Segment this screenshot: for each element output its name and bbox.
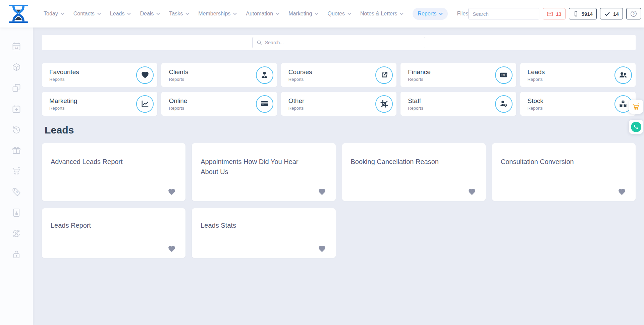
sidebar-user-sync-icon[interactable] xyxy=(12,229,21,238)
sidebar-clone-icon[interactable] xyxy=(12,83,21,93)
category-title: Online xyxy=(169,97,187,105)
sidebar-gift-icon[interactable] xyxy=(12,146,21,155)
category-subtitle: Reports xyxy=(288,106,305,111)
favourite-heart-icon[interactable] xyxy=(168,188,176,196)
category-card-stock[interactable]: Stock Reports xyxy=(520,92,636,116)
nav-item-contacts[interactable]: Contacts xyxy=(73,11,101,17)
category-title: Courses xyxy=(288,68,312,76)
category-subtitle: Reports xyxy=(288,77,312,82)
report-title: Booking Cancellation Reason xyxy=(351,157,467,167)
app-logo-hourglass-icon[interactable] xyxy=(8,5,29,23)
nav-item-automation[interactable]: Automation xyxy=(246,11,279,17)
report-card-leads-report[interactable]: Leads Report xyxy=(42,208,185,258)
left-sidebar xyxy=(0,28,33,325)
category-card-finance[interactable]: Finance Reports xyxy=(400,63,516,87)
envelope-icon xyxy=(547,11,553,17)
phone-badge[interactable]: 5914 xyxy=(569,8,597,19)
chevron-down-icon xyxy=(61,13,64,15)
report-card-appointments-how-did-you-hear-about-us[interactable]: Appointments How Did You Hear About Us xyxy=(192,143,335,201)
cart-icon xyxy=(632,103,640,111)
main-menu: Today Contacts Leads Deals Tasks Members… xyxy=(44,8,468,20)
help-button[interactable] xyxy=(626,8,641,19)
chevron-down-icon xyxy=(439,13,443,15)
category-card-staff[interactable]: Staff Reports xyxy=(400,92,516,116)
category-title: Other xyxy=(288,97,305,105)
check-icon xyxy=(604,11,610,17)
sidebar-package-icon[interactable] xyxy=(12,62,21,72)
report-card-booking-cancellation-reason[interactable]: Booking Cancellation Reason xyxy=(342,143,486,201)
phone-count: 5914 xyxy=(582,11,593,17)
nav-item-leads[interactable]: Leads xyxy=(110,11,131,17)
nav-item-today[interactable]: Today xyxy=(44,11,64,17)
category-card-online[interactable]: Online Reports xyxy=(161,92,277,116)
sidebar-history-icon[interactable] xyxy=(12,125,21,134)
category-subtitle: Reports xyxy=(169,77,188,82)
category-title: Finance xyxy=(408,68,431,76)
category-card-favourites[interactable]: Favourites Reports xyxy=(42,63,157,87)
category-card-courses[interactable]: Courses Reports xyxy=(281,63,396,87)
mail-count: 13 xyxy=(556,11,561,17)
report-card-advanced-leads-report[interactable]: Advanced Leads Report xyxy=(42,143,185,201)
nav-item-deals[interactable]: Deals xyxy=(140,11,160,17)
report-title: Leads Report xyxy=(51,220,167,230)
nav-item-tasks[interactable]: Tasks xyxy=(169,11,189,17)
credit-card-icon xyxy=(256,95,273,113)
report-title: Leads Stats xyxy=(201,220,317,230)
section-title: Leads xyxy=(45,124,636,136)
favourite-heart-icon[interactable] xyxy=(468,188,476,196)
crop-icon xyxy=(375,95,393,113)
mail-badge[interactable]: 13 xyxy=(543,8,566,19)
mobile-phone-icon xyxy=(573,11,579,17)
nav-item-reports[interactable]: Reports xyxy=(413,8,448,20)
sidebar-calendar-12-icon[interactable] xyxy=(12,42,21,51)
report-title: Appointments How Did You Hear About Us xyxy=(201,157,317,177)
report-title: Advanced Leads Report xyxy=(51,157,167,167)
category-card-other[interactable]: Other Reports xyxy=(281,92,396,116)
content-toolbar xyxy=(42,35,636,50)
category-subtitle: Reports xyxy=(408,77,431,82)
check-count: 14 xyxy=(613,11,619,17)
sidebar-price-tag-icon[interactable] xyxy=(12,187,21,197)
navbar-right-group: 13 5914 14 LONDON SUPPORT xyxy=(468,7,644,21)
category-subtitle: Reports xyxy=(528,106,544,111)
chevron-down-icon xyxy=(185,13,189,15)
basket-button[interactable] xyxy=(629,100,643,114)
sidebar-lock-icon[interactable] xyxy=(12,250,21,259)
category-title: Favourites xyxy=(49,68,79,76)
report-card-consultation-conversion[interactable]: Consultation Conversion xyxy=(492,143,636,201)
reports-search-input[interactable] xyxy=(265,40,421,45)
nav-item-files[interactable]: Files xyxy=(457,11,468,17)
report-categories-grid: Favourites Reports Clients Reports Cours… xyxy=(42,63,636,116)
category-subtitle: Reports xyxy=(49,106,77,111)
category-card-leads[interactable]: Leads Reports xyxy=(520,63,636,87)
report-title: Consultation Conversion xyxy=(501,157,617,167)
category-card-clients[interactable]: Clients Reports xyxy=(161,63,277,87)
category-card-marketing[interactable]: Marketing Reports xyxy=(42,92,157,116)
report-card-leads-stats[interactable]: Leads Stats xyxy=(192,208,335,258)
favourite-heart-icon[interactable] xyxy=(318,188,326,196)
tasks-badge[interactable]: 14 xyxy=(600,8,623,19)
favourite-heart-icon[interactable] xyxy=(318,245,326,253)
category-subtitle: Reports xyxy=(49,77,79,82)
user-clock-icon xyxy=(495,95,513,113)
nav-item-marketing[interactable]: Marketing xyxy=(288,11,318,17)
sidebar-calendar-download-icon[interactable] xyxy=(12,104,21,113)
favourite-heart-icon[interactable] xyxy=(618,188,626,196)
sidebar-cart-icon[interactable] xyxy=(12,166,21,176)
chevron-down-icon xyxy=(97,13,101,15)
external-link-icon xyxy=(375,66,393,84)
chevron-down-icon xyxy=(127,13,131,15)
category-title: Staff xyxy=(408,97,423,105)
chevron-down-icon xyxy=(156,13,160,15)
nav-item-notes-letters[interactable]: Notes & Letters xyxy=(360,11,404,17)
favourite-heart-icon[interactable] xyxy=(168,245,176,253)
heart-icon xyxy=(136,66,154,84)
global-search xyxy=(468,8,539,19)
nav-item-memberships[interactable]: Memberships xyxy=(198,11,237,17)
nav-item-quotes[interactable]: Quotes xyxy=(327,11,351,17)
call-button[interactable] xyxy=(629,120,643,134)
sidebar-report-chart-icon[interactable] xyxy=(12,208,21,217)
phone-circle xyxy=(631,122,641,132)
global-search-input[interactable] xyxy=(469,8,539,19)
money-bill-icon xyxy=(495,66,513,84)
